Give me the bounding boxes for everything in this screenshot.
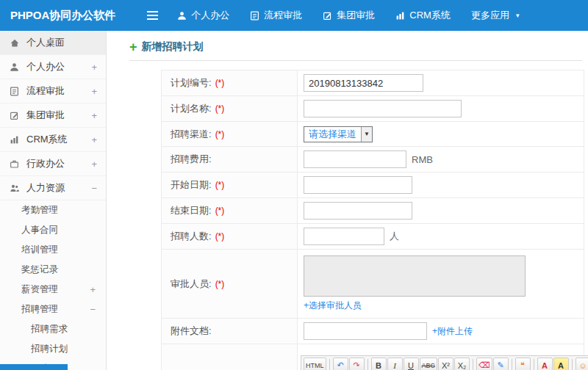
add-icon: + xyxy=(129,42,137,52)
sidebar-item-human-resources[interactable]: 人力资源 − xyxy=(0,176,106,200)
sidebar-item-label: 行政办公 xyxy=(26,157,91,170)
required-mark: (*) xyxy=(215,206,225,216)
plan-name-input[interactable] xyxy=(304,100,462,117)
sidebar-item-label: 个人办公 xyxy=(26,60,91,73)
topnav-label: 个人办公 xyxy=(191,9,229,22)
form-row-plan-name: 计划名称: (*) xyxy=(162,96,584,122)
collapse-icon[interactable]: − xyxy=(90,304,96,315)
field-label: 计划编号: (*) xyxy=(162,70,298,95)
fee-input[interactable] xyxy=(304,150,406,168)
italic-button[interactable]: I xyxy=(387,358,403,370)
topnav-personal-office[interactable]: 个人办公 xyxy=(177,9,229,22)
toolbar-separator xyxy=(473,359,473,370)
sidebar-item-label: 招聘管理 xyxy=(21,303,90,316)
required-mark: (*) xyxy=(215,279,225,289)
underline-button[interactable]: U xyxy=(404,358,419,370)
menu-toggle-button[interactable] xyxy=(145,10,159,21)
toolbar-separator xyxy=(512,359,512,370)
field-label: 招聘人数: (*) xyxy=(162,224,298,249)
plan-number-input[interactable] xyxy=(304,74,423,92)
redo-button[interactable]: ↷ xyxy=(349,358,365,370)
channel-select[interactable]: 请选择渠道 ▼ xyxy=(304,126,373,142)
expand-icon[interactable]: + xyxy=(91,134,97,145)
end-date-input[interactable] xyxy=(304,202,412,220)
label-text: 计划编号: xyxy=(171,76,212,90)
selected-option: 请选择渠道 xyxy=(304,127,361,142)
user-icon xyxy=(10,62,21,72)
topnav-process-approval[interactable]: 流程审批 xyxy=(250,9,302,22)
sidebar-item-attendance-management[interactable]: 考勤管理 xyxy=(0,200,106,220)
sidebar-item-admin-office[interactable]: 行政办公 + xyxy=(0,152,106,176)
emoticon-button[interactable]: ☺ xyxy=(576,358,588,370)
bold-button[interactable]: B xyxy=(371,358,387,370)
top-navigation: 个人办公 流程审批 集团审批 CRM系统 更多应用 ▾ xyxy=(177,9,519,22)
label-text: 招聘人数: xyxy=(171,230,212,243)
choose-approver-link[interactable]: +选择审批人员 xyxy=(304,300,362,312)
sidebar-item-crm-system[interactable]: CRM系统 + xyxy=(0,128,106,152)
topnav-group-approval[interactable]: 集团审批 xyxy=(323,9,375,22)
sidebar-item-group-approval[interactable]: 集团审批 + xyxy=(0,104,106,128)
briefcase-icon xyxy=(10,159,21,169)
upload-attachment-link[interactable]: +附件上传 xyxy=(432,325,473,338)
dropdown-caret-icon: ▼ xyxy=(361,127,372,142)
sidebar-item-recruitment-needs[interactable]: 招聘需求 xyxy=(0,319,106,339)
expand-icon[interactable]: + xyxy=(91,62,97,73)
field-label xyxy=(162,344,298,370)
sidebar-item-process-approval[interactable]: 流程审批 + xyxy=(0,79,106,104)
sidebar-item-salary-management[interactable]: 薪资管理 + xyxy=(0,280,106,300)
field-cell: +选择审批人员 xyxy=(298,250,584,318)
sidebar-item-training-management[interactable]: 培训管理 xyxy=(0,240,106,260)
subscript-button[interactable]: X₂ xyxy=(454,358,470,370)
chevron-down-icon: ▾ xyxy=(516,12,520,19)
topnav-more-apps[interactable]: 更多应用 ▾ xyxy=(471,9,520,22)
field-label: 计划名称: (*) xyxy=(162,96,298,121)
field-cell xyxy=(298,173,584,197)
sidebar-footer-bar xyxy=(0,364,68,370)
topbar: PHPOA协同办公软件 个人办公 流程审批 集团审批 CRM系统 更多应用 ▾ xyxy=(0,0,588,31)
remove-format-button[interactable]: ⌫ xyxy=(476,358,492,370)
start-date-input[interactable] xyxy=(304,176,412,194)
label-text: 开始日期: xyxy=(171,178,212,192)
required-mark: (*) xyxy=(215,180,225,190)
field-cell xyxy=(298,198,584,223)
font-color-button[interactable]: A xyxy=(537,358,553,370)
sidebar-item-personal-desktop[interactable]: 个人桌面 xyxy=(0,31,106,55)
approver-textarea[interactable] xyxy=(304,255,526,297)
attachment-input[interactable] xyxy=(304,322,427,340)
expand-icon[interactable]: + xyxy=(91,159,97,170)
undo-button[interactable]: ↶ xyxy=(333,358,348,370)
sidebar-item-label: 培训管理 xyxy=(21,244,96,256)
document-check-icon xyxy=(250,11,259,21)
html-source-button[interactable]: HTML xyxy=(304,358,326,370)
field-cell: 人 xyxy=(298,224,584,249)
sidebar-item-label: 招聘计划 xyxy=(31,343,96,355)
topnav-label: 流程审批 xyxy=(264,9,302,22)
sidebar-item-recruitment-management[interactable]: 招聘管理 − xyxy=(0,300,106,319)
topnav-crm-system[interactable]: CRM系统 xyxy=(395,9,451,22)
form-row-headcount: 招聘人数: (*) 人 xyxy=(162,224,584,250)
field-cell xyxy=(298,70,584,95)
bar-chart-icon xyxy=(395,11,405,21)
user-icon xyxy=(177,11,187,21)
blockquote-button[interactable]: ❝ xyxy=(515,358,531,370)
highlight-color-button[interactable]: A xyxy=(553,358,569,370)
app-logo: PHPOA协同办公软件 xyxy=(0,9,126,23)
strikethrough-button[interactable]: ABC xyxy=(420,358,438,370)
sidebar-item-reward-punishment-records[interactable]: 奖惩记录 xyxy=(0,260,106,280)
sidebar-item-personal-office[interactable]: 个人办公 + xyxy=(0,55,106,79)
sidebar-item-recruitment-plan[interactable]: 招聘计划 xyxy=(0,339,106,359)
sidebar-item-personnel-contract[interactable]: 人事合同 xyxy=(0,220,106,240)
collapse-icon[interactable]: − xyxy=(91,183,97,194)
sidebar: 个人桌面 个人办公 + 流程审批 + 集团审批 + CRM系统 + 行政办公 +… xyxy=(0,31,107,370)
topnav-label: 集团审批 xyxy=(337,9,375,22)
format-painter-button[interactable]: ✎ xyxy=(493,358,509,370)
superscript-button[interactable]: X² xyxy=(438,358,453,370)
expand-icon[interactable]: + xyxy=(91,110,97,121)
sidebar-item-label: 人力资源 xyxy=(26,181,91,195)
headcount-unit-label: 人 xyxy=(390,230,399,243)
users-icon xyxy=(10,183,21,193)
expand-icon[interactable]: + xyxy=(90,284,96,295)
headcount-input[interactable] xyxy=(304,228,384,245)
toolbar-separator xyxy=(534,359,534,370)
expand-icon[interactable]: + xyxy=(91,86,97,97)
